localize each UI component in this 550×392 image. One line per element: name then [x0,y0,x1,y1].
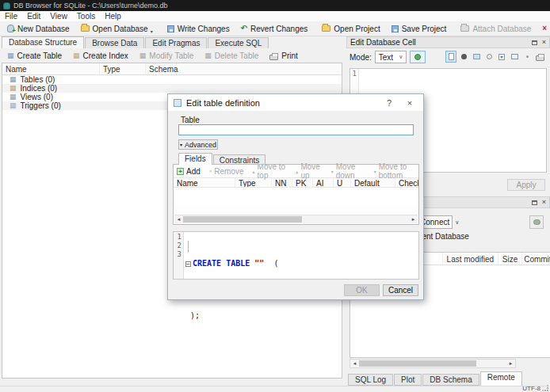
tab-edit-pragmas[interactable]: Edit Pragmas [145,37,207,48]
column-header-default[interactable]: Default [351,178,395,187]
scroll-left-icon[interactable]: ◂ [174,216,183,223]
tree-item-tables[interactable]: ▦ Tables (0) [2,75,342,84]
schema-tree-header: Name Type Schema [2,63,342,75]
remote-connect-button[interactable] [529,215,544,229]
write-changes-button[interactable]: Write Changes [162,22,235,36]
resize-grip[interactable] [547,390,548,391]
ok-button: OK [344,284,380,296]
revert-changes-button[interactable]: ↶ Revert Changes [235,22,314,36]
circle-icon [461,54,467,59]
sql-line-1: −CREATE TABLE "" ( [185,259,418,268]
sql-keyword: CREATE TABLE [193,259,250,268]
scrollbar-thumb[interactable] [359,360,476,367]
close-dock-icon[interactable]: × [542,199,546,206]
scrollbar-thumb[interactable] [183,216,302,223]
auto-apply-button[interactable] [410,51,426,63]
encoding-indicator[interactable]: UTF-8 [522,385,540,392]
column-header-commit[interactable]: Commit [522,253,550,265]
cancel-button[interactable]: Cancel [383,284,418,296]
tab-database-structure[interactable]: Database Structure [2,36,84,48]
tab-db-schema[interactable]: DB Schema [422,374,479,386]
menu-view[interactable]: View [45,12,72,21]
open-database-menu-arrow[interactable]: ▾ [151,29,153,36]
tab-plot[interactable]: Plot [394,374,422,386]
menu-edit[interactable]: Edit [22,12,45,21]
dialog-help-button[interactable]: ? [381,98,397,108]
column-header-check[interactable]: Check [395,178,418,187]
float-dock-icon[interactable] [532,200,537,205]
set-null-button[interactable] [521,51,533,63]
save-project-button[interactable]: Save Project [386,22,453,36]
column-header-u[interactable]: U [334,178,351,187]
scroll-right-icon[interactable]: ▸ [409,216,418,223]
open-project-button[interactable]: Open Project [316,22,385,36]
fullscreen-button[interactable] [509,51,520,63]
create-index-button[interactable]: ▦ Create Index [67,49,134,63]
open-database-button[interactable]: Open Database ▾ [75,22,159,36]
remote-horizontal-scrollbar[interactable]: ◂ ▸ [349,359,516,368]
null-dot-icon [526,55,529,58]
dialog-close-button[interactable]: × [402,98,418,108]
dialog-tab-bar: Fields Constraints [178,153,266,165]
print-button[interactable]: Print [264,49,304,63]
tab-browse-data[interactable]: Browse Data [85,37,144,48]
column-header-size[interactable]: Size [498,253,522,265]
float-dock-icon[interactable] [532,40,537,45]
column-header-schema[interactable]: Schema [146,63,342,74]
window-title: DB Browser for SQLite - C:\Users\turne\d… [13,2,168,10]
import-data-button[interactable] [471,51,482,63]
fields-toolbar: + Add × Remove ▴ Move to top ▴ Move up ▾ [174,165,418,177]
green-dot-icon [414,54,421,60]
column-header-name[interactable]: Name [2,63,100,74]
column-header-type[interactable]: Type [100,63,146,74]
binary-mode-button[interactable] [458,51,469,63]
column-header-pk[interactable]: PK [292,178,313,187]
scroll-left-icon[interactable]: ◂ [350,360,359,367]
sql-table-name: "" [254,259,264,268]
menu-tools[interactable]: Tools [72,12,100,21]
fold-collapse-icon[interactable]: − [185,261,191,267]
delete-table-button: ▦ Delete Table [199,49,264,63]
tab-fields[interactable]: Fields [178,153,212,165]
column-header-ai[interactable]: AI [313,178,334,187]
new-database-button[interactable]: + New Database [2,22,75,36]
open-in-app-button[interactable] [483,51,495,63]
create-table-button[interactable]: ▦ Create Table [2,49,67,63]
write-changes-icon [167,25,174,32]
edit-cell-dock-header: Edit Database Cell × [346,36,550,48]
attach-database-icon [460,25,469,32]
column-header-field-name[interactable]: Name [174,178,235,187]
column-header-field-type[interactable]: Type [235,178,272,187]
close-dock-icon[interactable]: × [542,39,546,46]
menu-file[interactable]: File [0,12,22,21]
text-mode-button[interactable] [445,51,456,63]
dock-tab-bar: SQL Log Plot DB Schema Remote [348,371,523,386]
sql-open-paren: ( [273,259,278,268]
advanced-toggle-button[interactable]: ▾ Advanced [178,139,218,150]
tab-execute-sql[interactable]: Execute SQL [208,37,269,48]
column-header-nn[interactable]: NN [272,178,292,187]
print-icon [269,55,278,60]
modify-table-button: ▦ Modify Table [134,49,199,63]
column-header-last-modified[interactable]: Last modified [443,253,498,265]
export-data-button[interactable]: ▾ [496,51,507,63]
triggers-icon: ▦ [10,102,17,109]
table-name-input[interactable] [178,124,414,135]
scroll-right-icon[interactable]: ▸ [506,360,515,367]
remove-icon: × [209,169,212,173]
fields-table-body[interactable] [174,188,418,206]
tree-item-indices[interactable]: ▦ Indices (0) [2,84,342,93]
tab-constraints[interactable]: Constraints [213,154,266,165]
add-field-button[interactable]: + Add [177,167,201,176]
mode-label: Mode: [349,53,372,62]
tab-remote[interactable]: Remote [480,371,522,386]
move-to-top-button: ▴ Move to top [253,162,288,180]
tab-sql-log[interactable]: SQL Log [348,374,393,386]
dialog-title-bar[interactable]: Edit table definition ? × [168,94,423,111]
app-window: DB Browser for SQLite - C:\Users\turne\d… [0,0,550,392]
menu-help[interactable]: Help [100,12,126,21]
fields-horizontal-scrollbar[interactable]: ◂ ▸ [174,215,418,223]
print-cell-button[interactable] [534,51,545,63]
close-database-button[interactable]: × Close Database [537,22,550,36]
cell-mode-select[interactable]: Text ∨ [375,51,407,63]
